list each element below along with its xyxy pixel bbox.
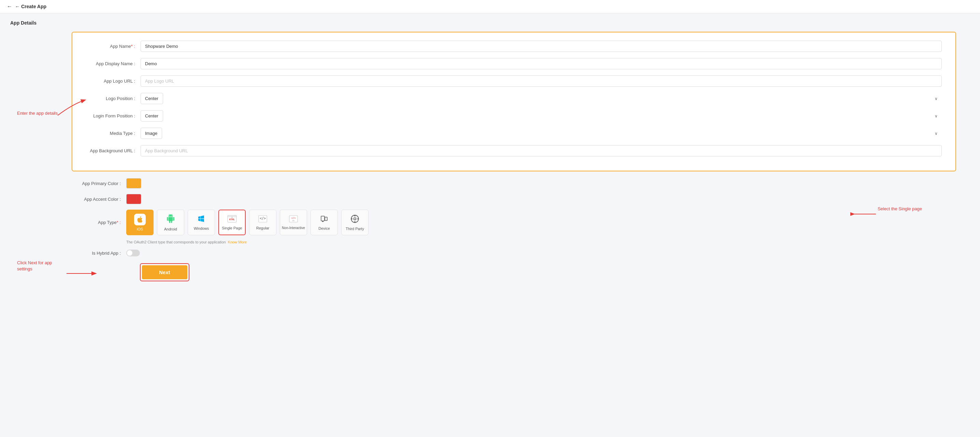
annotation-enter-details: Enter the app details — [17, 110, 58, 116]
login-form-position-select-wrapper: Center Left Right — [141, 110, 942, 121]
logo-position-select[interactable]: Center Left Right — [141, 93, 163, 104]
next-btn-container: Next — [140, 263, 189, 281]
section-title: App Details — [10, 20, 970, 26]
top-bar: ← ← Create App — [0, 0, 980, 13]
media-type-label: Media Type : — [86, 131, 141, 136]
media-type-row: Media Type : Image Video None — [86, 128, 942, 139]
svg-text:</>: </> — [291, 217, 296, 220]
content-area: App Details Enter the app details App Na… — [0, 13, 980, 295]
app-type-windows[interactable]: Windows — [188, 210, 215, 235]
annotation-click-next: Click Next for app settings — [17, 260, 65, 272]
required-marker: * : — [131, 44, 135, 49]
single-page-label: Single Page — [222, 226, 242, 230]
ios-icon — [134, 214, 146, 225]
next-btn-wrapper: Next — [85, 263, 189, 288]
ios-label: iOS — [137, 227, 143, 231]
svg-text:HTML: HTML — [229, 218, 235, 221]
app-type-regular[interactable]: </> Regular — [249, 210, 277, 235]
app-primary-color-swatch[interactable] — [126, 178, 141, 188]
app-type-required: * : — [117, 220, 121, 225]
form-container: App Name* : App Display Name : App Logo … — [72, 32, 956, 171]
is-hybrid-app-toggle[interactable] — [126, 250, 140, 257]
app-accent-color-swatch[interactable] — [126, 194, 141, 204]
svg-point-16 — [352, 218, 353, 219]
svg-rect-11 — [322, 221, 323, 222]
third-party-label: Third Party — [346, 227, 364, 231]
app-type-third-party[interactable]: Third Party — [341, 210, 369, 235]
logo-position-label: Logo Position : — [86, 96, 141, 101]
svg-point-14 — [354, 215, 355, 216]
login-form-position-select[interactable]: Center Left Right — [141, 110, 163, 121]
non-interactive-label: Non-Interactive — [282, 226, 305, 230]
annotation-arrow-next — [65, 268, 99, 279]
device-icon — [320, 215, 328, 225]
main-layout: Enter the app details App Name* : — [10, 32, 970, 288]
app-logo-url-row: App Logo URL : — [86, 75, 942, 87]
app-display-name-row: App Display Name : — [86, 58, 942, 69]
annotation-arrow-single — [850, 209, 878, 219]
app-type-device[interactable]: Device — [310, 210, 338, 235]
extra-rows: App Primary Color : App Accent Color : S… — [72, 178, 956, 257]
app-type-single-page[interactable]: HTML ▬ Single Page — [218, 210, 246, 235]
app-name-input[interactable] — [141, 41, 942, 52]
non-interactive-icon: </> JML — [289, 215, 298, 224]
media-type-select[interactable]: Image Video None — [141, 128, 162, 139]
app-type-section: App Type* : iOS — [72, 210, 369, 244]
windows-icon — [197, 214, 205, 225]
is-hybrid-app-row: Is Hybrid App : — [72, 250, 956, 257]
annotation-select-single: Select the Single page — [878, 206, 922, 211]
android-icon — [166, 214, 175, 225]
page-title: ← Create App — [15, 4, 46, 9]
app-logo-url-input[interactable] — [141, 75, 942, 87]
media-type-select-wrapper: Image Video None — [141, 128, 942, 139]
svg-rect-9 — [321, 216, 325, 221]
svg-point-17 — [357, 218, 358, 219]
app-type-grid: iOS Android — [126, 210, 369, 235]
regular-label: Regular — [256, 226, 270, 230]
login-form-position-row: Login Form Position : Center Left Right — [86, 110, 942, 121]
app-accent-color-row: App Accent Color : — [72, 194, 956, 204]
android-label: Android — [164, 227, 177, 231]
svg-text:JML: JML — [292, 220, 295, 222]
logo-position-select-wrapper: Center Left Right — [141, 93, 942, 104]
device-label: Device — [318, 226, 330, 230]
app-name-label: App Name* : — [86, 44, 141, 49]
app-background-url-input[interactable] — [141, 145, 942, 156]
app-background-url-label: App Background URL : — [86, 148, 141, 153]
login-form-position-label: Login Form Position : — [86, 113, 141, 118]
next-button[interactable]: Next — [142, 265, 187, 279]
app-logo-url-label: App Logo URL : — [86, 78, 141, 84]
app-accent-color-label: App Accent Color : — [72, 197, 126, 202]
app-display-name-label: App Display Name : — [86, 61, 141, 66]
app-type-label: App Type* : — [72, 220, 126, 225]
app-primary-color-label: App Primary Color : — [72, 181, 126, 186]
app-type-non-interactive[interactable]: </> JML Non-Interactive — [280, 210, 307, 235]
regular-icon: </> — [258, 215, 267, 224]
know-more-link[interactable]: Know More — [228, 240, 247, 244]
app-display-name-input[interactable] — [141, 58, 942, 69]
app-name-row: App Name* : — [86, 41, 942, 52]
single-page-icon: HTML ▬ — [227, 215, 237, 224]
third-party-icon — [350, 214, 359, 225]
annotation-arrow-enter — [54, 97, 88, 117]
app-type-ios[interactable]: iOS — [126, 210, 154, 235]
is-hybrid-app-label: Is Hybrid App : — [72, 250, 126, 256]
windows-label: Windows — [194, 226, 209, 230]
app-type-android[interactable]: Android — [157, 210, 184, 235]
svg-point-15 — [354, 221, 355, 222]
logo-position-row: Logo Position : Center Left Right — [86, 93, 942, 104]
svg-text:</>: </> — [260, 217, 266, 220]
oauth-note: The OAuth2 Client type that corresponds … — [126, 240, 247, 244]
svg-rect-10 — [325, 217, 327, 220]
app-primary-color-row: App Primary Color : — [72, 178, 956, 188]
back-arrow[interactable]: ← — [7, 3, 12, 10]
app-background-url-row: App Background URL : — [86, 145, 942, 156]
